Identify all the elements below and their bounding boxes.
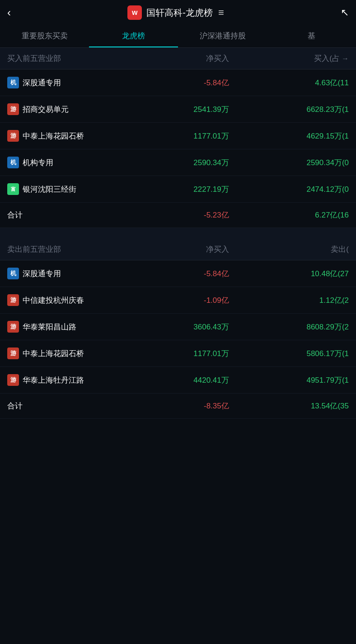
buy-row-3-name: 机 机构专用 bbox=[7, 157, 139, 168]
buy-summary-label: 合计 bbox=[7, 210, 139, 220]
sell-row-4-tag: 游 bbox=[7, 374, 19, 386]
buy-row-1-name: 游 招商交易单元 bbox=[7, 103, 139, 115]
buy-header-col3: 买入(占 → bbox=[229, 53, 349, 64]
buy-row-3-netbuy: 2590.34万 bbox=[139, 158, 229, 168]
tab-important[interactable]: 重要股东买卖 bbox=[0, 25, 89, 47]
buy-row-3-tag: 机 bbox=[7, 157, 19, 168]
sell-row-0-netbuy: -5.84亿 bbox=[139, 269, 229, 279]
sell-table-header: 卖出前五营业部 净买入 卖出( bbox=[0, 239, 356, 260]
buy-row-2-tag: 游 bbox=[7, 130, 19, 142]
top-navigation: ‹ w 国轩高科-龙虎榜 ≡ ↖ bbox=[0, 0, 356, 25]
buy-summary-netbuy: -5.23亿 bbox=[139, 210, 229, 220]
sell-summary-netbuy: -8.35亿 bbox=[139, 401, 229, 411]
sell-row-0-tag: 机 bbox=[7, 268, 19, 279]
buy-row-1-netbuy: 2541.39万 bbox=[139, 104, 229, 115]
buy-row-4-tag: 富 bbox=[7, 183, 19, 195]
sell-row-3-netbuy: 1177.01万 bbox=[139, 348, 229, 359]
buy-table-header: 买入前五营业部 净买入 买入(占 → bbox=[0, 48, 356, 69]
buy-summary-buyamt: 6.27亿(16 bbox=[229, 210, 349, 220]
buy-row-0-tag: 机 bbox=[7, 77, 19, 88]
sell-row-1-tag: 游 bbox=[7, 294, 19, 306]
sell-row-1-netbuy: -1.09亿 bbox=[139, 295, 229, 306]
sell-row-0-name: 机 深股通专用 bbox=[7, 268, 139, 279]
tab-bar: 重要股东买卖 龙虎榜 沪深港通持股 基 bbox=[0, 25, 356, 48]
buy-header-col1: 买入前五营业部 bbox=[7, 53, 139, 64]
sell-summary-label: 合计 bbox=[7, 401, 139, 411]
buy-row-0-buyamt: 4.63亿(11 bbox=[229, 78, 349, 88]
sell-summary-sellamt: 13.54亿(35 bbox=[229, 401, 349, 411]
sell-row-0[interactable]: 机 深股通专用 -5.84亿 10.48亿(27 bbox=[0, 260, 356, 287]
sell-row-3-sellamt: 5806.17万(1 bbox=[229, 348, 349, 359]
tab-longhubang[interactable]: 龙虎榜 bbox=[89, 25, 178, 47]
sell-row-3-tag: 游 bbox=[7, 347, 19, 359]
sell-section: 卖出前五营业部 净买入 卖出( 机 深股通专用 -5.84亿 10.48亿(27… bbox=[0, 239, 356, 419]
sell-row-1-sellamt: 1.12亿(2 bbox=[229, 295, 349, 306]
buy-row-2-netbuy: 1177.01万 bbox=[139, 131, 229, 141]
sell-header-col1: 卖出前五营业部 bbox=[7, 244, 139, 255]
sell-row-1[interactable]: 游 中信建投杭州庆春 -1.09亿 1.12亿(2 bbox=[0, 287, 356, 314]
buy-row-1[interactable]: 游 招商交易单元 2541.39万 6628.23万(1 bbox=[0, 96, 356, 123]
buy-row-3[interactable]: 机 机构专用 2590.34万 2590.34万(0 bbox=[0, 149, 356, 176]
sell-row-0-sellamt: 10.48亿(27 bbox=[229, 269, 349, 279]
buy-row-4-name: 富 银河沈阳三经街 bbox=[7, 183, 139, 195]
sell-row-4-sellamt: 4951.79万(1 bbox=[229, 375, 349, 385]
section-divider bbox=[0, 228, 356, 239]
sell-row-1-name: 游 中信建投杭州庆春 bbox=[7, 294, 139, 306]
sell-row-2-sellamt: 8608.29万(2 bbox=[229, 322, 349, 332]
menu-icon[interactable]: ≡ bbox=[218, 7, 224, 19]
sell-header-col3: 卖出( bbox=[229, 244, 349, 255]
buy-row-2-buyamt: 4629.15万(1 bbox=[229, 131, 349, 141]
sell-row-2-name: 游 华泰莱阳昌山路 bbox=[7, 321, 139, 333]
buy-row-1-tag: 游 bbox=[7, 103, 19, 115]
sell-row-3-name: 游 中泰上海花园石桥 bbox=[7, 347, 139, 359]
buy-row-4-netbuy: 2227.19万 bbox=[139, 184, 229, 195]
sell-row-3[interactable]: 游 中泰上海花园石桥 1177.01万 5806.17万(1 bbox=[0, 340, 356, 367]
buy-row-0[interactable]: 机 深股通专用 -5.84亿 4.63亿(11 bbox=[0, 69, 356, 96]
arrow-right-icon: → bbox=[342, 55, 349, 63]
buy-row-2[interactable]: 游 中泰上海花园石桥 1177.01万 4629.15万(1 bbox=[0, 123, 356, 149]
page-title: 国轩高科-龙虎榜 ≡ bbox=[146, 7, 224, 19]
sell-row-2[interactable]: 游 华泰莱阳昌山路 3606.43万 8608.29万(2 bbox=[0, 314, 356, 340]
buy-row-4-buyamt: 2474.12万(0 bbox=[229, 184, 349, 195]
buy-summary-row: 合计 -5.23亿 6.27亿(16 bbox=[0, 203, 356, 228]
buy-row-4[interactable]: 富 银河沈阳三经街 2227.19万 2474.12万(0 bbox=[0, 176, 356, 203]
sell-row-4[interactable]: 游 华泰上海牡丹江路 4420.41万 4951.79万(1 bbox=[0, 367, 356, 394]
w-badge: w bbox=[127, 5, 142, 20]
buy-row-1-buyamt: 6628.23万(1 bbox=[229, 104, 349, 115]
buy-header-col2: 净买入 bbox=[139, 53, 229, 64]
tab-hushen[interactable]: 沪深港通持股 bbox=[178, 25, 267, 47]
sell-row-4-netbuy: 4420.41万 bbox=[139, 375, 229, 385]
back-button[interactable]: ‹ bbox=[7, 6, 11, 19]
share-icon[interactable]: ↖ bbox=[341, 7, 349, 19]
sell-summary-row: 合计 -8.35亿 13.54亿(35 bbox=[0, 394, 356, 419]
buy-row-2-name: 游 中泰上海花园石桥 bbox=[7, 130, 139, 142]
sell-row-4-name: 游 华泰上海牡丹江路 bbox=[7, 374, 139, 386]
tab-fund[interactable]: 基 bbox=[267, 25, 356, 47]
buy-row-3-buyamt: 2590.34万(0 bbox=[229, 158, 349, 168]
sell-row-2-netbuy: 3606.43万 bbox=[139, 322, 229, 332]
buy-section: 买入前五营业部 净买入 买入(占 → 机 深股通专用 -5.84亿 4.63亿(… bbox=[0, 48, 356, 228]
buy-row-0-netbuy: -5.84亿 bbox=[139, 78, 229, 88]
sell-row-2-tag: 游 bbox=[7, 321, 19, 333]
buy-row-0-name: 机 深股通专用 bbox=[7, 77, 139, 88]
sell-header-col2: 净买入 bbox=[139, 244, 229, 255]
